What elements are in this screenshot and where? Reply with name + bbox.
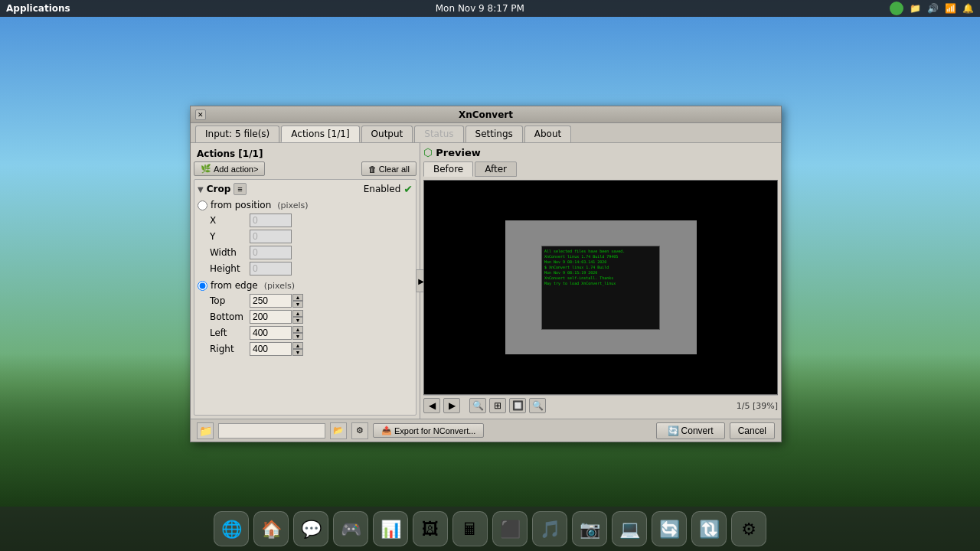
right-label: Right [210,344,250,354]
top-spin-up[interactable]: ▲ [292,294,303,301]
dock-steam[interactable]: 🎮 [333,511,368,546]
enabled-label: Enabled [364,184,401,194]
tab-about[interactable]: About [524,126,571,142]
fit-button[interactable]: ⊞ [489,398,506,413]
left-field-row: Left ▲ ▼ [198,326,413,340]
preview-title: Preview [436,147,481,158]
dock-terminal-dark[interactable]: ⬛ [492,511,528,546]
tab-output[interactable]: Output [361,126,413,142]
dock-image-viewer[interactable]: 🖼 [413,511,448,546]
y-input [250,230,292,243]
tray-green-icon[interactable] [890,2,903,15]
preview-inner: All selected files have been saved. XnCo… [505,220,697,354]
convert-icon: 🔄 [668,425,679,436]
zoom-out-button[interactable]: 🔍 [529,398,546,413]
left-spin-up[interactable]: ▲ [292,326,303,333]
top-label: Top [210,295,250,306]
tab-status[interactable]: Status [414,126,463,142]
app-window: ✕ XnConvert Input: 5 file(s) Actions [1/… [190,106,782,442]
window-body: Actions [1/1] 🌿 Add action> 🗑 Clear all [191,143,781,419]
dock-chrome[interactable]: 🌐 [214,511,249,546]
right-panel: ⬡ Preview Before After All selected file… [420,143,781,419]
bottom-spin-down[interactable]: ▼ [292,317,303,324]
dock-files[interactable]: 🏠 [253,511,289,546]
bottom-spin-up[interactable]: ▲ [292,310,303,317]
dock-skype[interactable]: 💬 [293,511,328,546]
y-field-row: Y [198,230,413,243]
clear-icon: 🗑 [368,165,377,174]
tray-volume-icon[interactable]: 🔊 [927,3,939,14]
preview-tab-before[interactable]: Before [423,161,473,177]
preview-toolbar: ◀ ▶ 🔍 ⊞ 🔲 🔍 1/5 [39%] [423,395,778,416]
right-spin-down[interactable]: ▼ [292,349,303,356]
height-label: Height [210,263,250,274]
applications-menu[interactable]: Applications [6,3,70,14]
from-position-radio[interactable] [198,201,207,210]
action-menu-button[interactable]: ≡ [234,183,246,195]
browse-button[interactable]: 📂 [330,422,347,439]
top-input[interactable] [250,294,292,308]
action-title-row: ▼ Crop ≡ [198,183,247,195]
window-close-button[interactable]: ✕ [195,109,206,120]
right-spinner[interactable]: ▲ ▼ [292,342,303,356]
tray-network-icon[interactable]: 📶 [945,3,956,14]
window-title: XnConvert [459,109,513,120]
from-edge-radio[interactable] [198,281,207,291]
bottom-label: Bottom [210,311,250,322]
window-controls: ✕ [195,109,206,120]
bottom-spinner[interactable]: ▲ ▼ [292,310,303,324]
action-title: Crop [207,184,231,194]
zoom-in-button[interactable]: 🔍 [469,398,486,413]
dock-bash[interactable]: 💻 [612,511,647,546]
dock-xnconvert[interactable]: ⚙ [731,511,766,546]
prev-image-button[interactable]: ◀ [423,398,440,413]
left-input[interactable] [250,326,292,340]
add-icon: 🌿 [201,164,211,174]
tab-actions[interactable]: Actions [1/1] [281,126,359,142]
dock-music[interactable]: 🎵 [532,511,567,546]
dock-calculator[interactable]: 🖩 [452,511,488,546]
right-field-row: Right ▲ ▼ [198,342,413,356]
folder-button[interactable]: 📁 [197,422,214,439]
tab-settings[interactable]: Settings [466,126,523,142]
window-statusbar: 📁 📂 ⚙ 📤 Export for NConvert... 🔄 Convert… [191,419,781,442]
enabled-check-icon[interactable]: ✔ [403,183,413,195]
height-field-row: Height [198,262,413,276]
dock-spreadsheet[interactable]: 📊 [373,511,408,546]
tray-folder-icon[interactable]: 📁 [910,3,921,14]
top-spinner[interactable]: ▲ ▼ [292,294,303,308]
cancel-button[interactable]: Cancel [730,422,775,439]
desktop: Applications Mon Nov 9 8:17 PM 📁 🔊 📶 🔔 ✕… [0,0,980,551]
dock-refresh[interactable]: 🔃 [691,511,727,546]
top-spin-down[interactable]: ▼ [292,301,303,308]
bottom-input[interactable] [250,310,292,324]
right-spin-up[interactable]: ▲ [292,342,303,349]
tray-notify-icon[interactable]: 🔔 [962,3,974,14]
zoom-reset-button[interactable]: 🔲 [509,398,526,413]
tab-input[interactable]: Input: 5 file(s) [195,126,279,142]
left-spin-down[interactable]: ▼ [292,333,303,340]
dock-toggle[interactable]: 🔄 [652,511,687,546]
settings-button[interactable]: ⚙ [351,422,368,439]
taskbar-bottom: 🌐 🏠 💬 🎮 📊 🖼 🖩 ⬛ 🎵 📷 💻 🔄 🔃 ⚙ [0,507,980,551]
convert-button[interactable]: 🔄 Convert [656,422,725,439]
from-edge-label: from edge [211,280,258,291]
clear-all-button[interactable]: 🗑 Clear all [361,161,416,176]
left-spinner[interactable]: ▲ ▼ [292,326,303,340]
window-titlebar[interactable]: ✕ XnConvert [191,106,781,123]
preview-tab-after[interactable]: After [475,161,517,177]
collapse-arrow-icon[interactable]: ▼ [198,185,204,194]
datetime-display: Mon Nov 9 8:17 PM [436,3,524,14]
preview-header: ⬡ Preview [423,146,778,158]
width-label: Width [210,247,250,258]
bottom-field-row: Bottom ▲ ▼ [198,310,413,324]
width-input [250,246,292,259]
from-position-row: from position (pixels) [198,200,413,210]
output-path-input[interactable] [218,423,325,439]
add-action-button[interactable]: 🌿 Add action> [194,161,265,176]
right-input[interactable] [250,342,292,356]
dock-photos[interactable]: 📷 [572,511,607,546]
action-header: ▼ Crop ≡ Enabled ✔ [198,183,413,195]
next-image-button[interactable]: ▶ [443,398,460,413]
export-button[interactable]: 📤 Export for NConvert... [373,423,484,438]
